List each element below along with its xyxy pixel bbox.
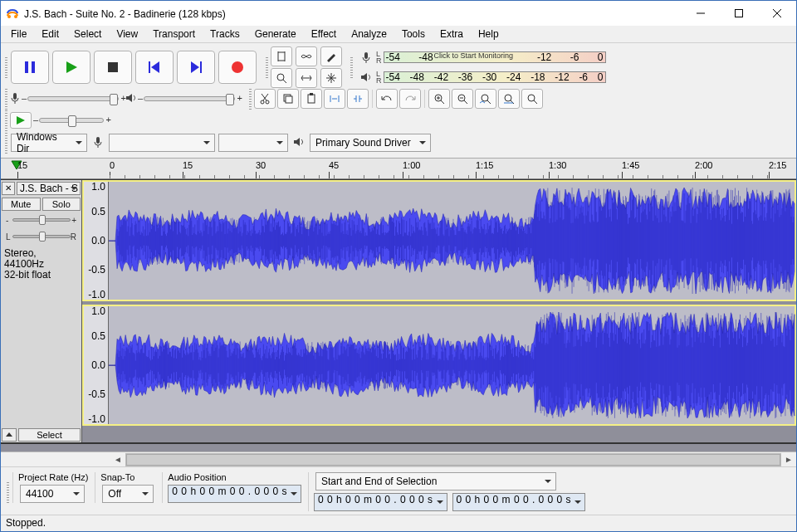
window-minimize-button[interactable] [682, 1, 720, 26]
horizontal-scrollbar[interactable]: ◄ ► [1, 451, 796, 466]
svg-point-8 [232, 61, 243, 73]
svg-rect-2 [736, 10, 743, 17]
zoom-tool-button[interactable] [271, 68, 292, 88]
track-gain-slider[interactable]: - + [1, 212, 81, 228]
pause-button[interactable] [11, 51, 49, 84]
menu-transport[interactable]: Transport [146, 27, 202, 41]
menu-view[interactable]: View [110, 27, 144, 41]
svg-rect-4 [32, 61, 35, 73]
waveform-channel-right[interactable]: 1.00.50.0-0.5-1.0 [82, 305, 796, 426]
menu-tools[interactable]: Tools [395, 27, 432, 41]
recording-channels-dropdown[interactable] [218, 134, 288, 152]
zoom-toggle-button[interactable] [521, 89, 543, 109]
track-pan-slider[interactable]: L R [1, 228, 81, 245]
scroll-track[interactable] [125, 453, 781, 466]
track-select-button[interactable]: Select [18, 428, 81, 442]
menu-file[interactable]: File [4, 27, 33, 41]
track-close-button[interactable]: ✕ [2, 182, 15, 195]
ruler-label: 1:00 [403, 160, 420, 170]
waveform-area[interactable]: 1.00.50.0-0.5-1.0 1.00.50.0-0.5-1.0 [82, 180, 796, 442]
svg-rect-17 [310, 93, 313, 95]
play-at-speed-button[interactable] [10, 112, 32, 129]
menu-select[interactable]: Select [67, 27, 108, 41]
track-solo-button[interactable]: Solo [42, 198, 81, 211]
window-maximize-button[interactable] [720, 1, 758, 26]
fit-selection-button[interactable] [475, 89, 496, 109]
ruler-label: 1:45 [622, 160, 639, 170]
recording-meter[interactable]: LR -54-48.Click to Start Monitoring...-1… [358, 49, 606, 66]
ruler-label: 2:00 [695, 160, 712, 170]
undo-button[interactable] [376, 89, 398, 109]
stop-button[interactable] [94, 51, 132, 84]
track-collapse-button[interactable] [2, 428, 17, 442]
toolbar-grip[interactable] [263, 46, 270, 88]
svg-point-1 [14, 15, 17, 18]
svg-point-18 [435, 95, 442, 101]
skip-to-end-button[interactable] [177, 51, 215, 84]
copy-button[interactable] [277, 89, 299, 109]
record-button[interactable] [218, 51, 257, 84]
selection-mode-dropdown[interactable]: Start and End of Selection [315, 472, 556, 491]
silence-button[interactable] [347, 89, 369, 109]
toolbar-grip[interactable] [247, 88, 253, 110]
multi-tool-button[interactable] [320, 68, 342, 88]
recording-volume-slider[interactable]: –+ [27, 96, 119, 101]
audio-position-field[interactable]: 0 0 h 0 0 m 0 0 . 0 0 0 s [168, 485, 301, 503]
scroll-left-button[interactable]: ◄ [110, 455, 125, 464]
toolbar-grip[interactable] [2, 110, 9, 131]
menu-extra[interactable]: Extra [433, 27, 470, 41]
scroll-thumb[interactable] [126, 454, 780, 466]
toolbar-grip[interactable] [348, 46, 354, 88]
selection-tool-button[interactable] [271, 46, 292, 66]
paste-button[interactable] [301, 89, 322, 109]
ruler-label: 2:15 [769, 160, 786, 170]
toolbar-grip[interactable] [4, 472, 11, 511]
toolbar-grip[interactable] [2, 88, 9, 110]
zoom-out-button[interactable] [452, 89, 473, 109]
recording-device-dropdown[interactable] [109, 134, 215, 152]
menu-help[interactable]: Help [472, 27, 506, 41]
scroll-right-button[interactable]: ► [781, 455, 796, 464]
waveform-channel-left[interactable]: 1.00.50.0-0.5-1.0 [82, 180, 796, 301]
toolbar-grip[interactable] [2, 46, 9, 88]
svg-rect-11 [13, 93, 17, 100]
redo-button[interactable] [399, 89, 421, 109]
fit-project-button[interactable] [498, 89, 520, 109]
snap-to-dropdown[interactable]: Off [102, 485, 154, 503]
speaker-icon [125, 92, 137, 106]
play-button[interactable] [52, 51, 90, 84]
playback-speed-slider[interactable]: –+ [39, 118, 104, 123]
track-mute-button[interactable]: Mute [2, 198, 41, 211]
menu-edit[interactable]: Edit [35, 27, 66, 41]
track-menu-dropdown[interactable]: J.S. Bach - S [17, 182, 81, 195]
recording-meter-bar[interactable]: -54-48.Click to Start Monitoring...-12-6… [384, 51, 606, 63]
toolbar-grip[interactable] [2, 131, 9, 154]
zoom-in-button[interactable] [428, 89, 450, 109]
menu-tracks[interactable]: Tracks [203, 27, 247, 41]
window-close-button[interactable] [758, 1, 796, 26]
svg-rect-16 [308, 95, 315, 103]
amplitude-scale: 1.00.50.0-0.5-1.0 [84, 306, 109, 424]
selection-start-field[interactable]: 0 0 h 0 0 m 0 0 . 0 0 0 s [314, 493, 447, 511]
audio-host-dropdown[interactable]: Windows Dir [11, 134, 87, 152]
playback-meter[interactable]: LR -54-48-42-36-30-24-18-12-60 [358, 69, 606, 85]
project-rate-dropdown[interactable]: 44100 [20, 485, 85, 503]
envelope-tool-button[interactable] [296, 46, 317, 66]
svg-rect-3 [25, 61, 28, 73]
playback-device-dropdown[interactable]: Primary Sound Driver [310, 134, 431, 152]
skip-to-start-button[interactable] [135, 51, 174, 84]
menu-generate[interactable]: Generate [248, 27, 303, 41]
cut-button[interactable] [254, 89, 276, 109]
draw-tool-button[interactable] [320, 46, 342, 66]
playback-volume-slider[interactable]: –+ [144, 96, 235, 101]
menu-effect[interactable]: Effect [305, 27, 343, 41]
playback-meter-bar[interactable]: -54-48-42-36-30-24-18-12-60 [384, 71, 606, 83]
menu-analyze[interactable]: Analyze [345, 27, 394, 41]
trim-button[interactable] [324, 89, 345, 109]
timeshift-tool-button[interactable] [296, 68, 317, 88]
speaker-icon [358, 69, 374, 85]
project-rate-label: Project Rate (Hz) [18, 472, 88, 482]
svg-point-0 [7, 15, 11, 18]
timeline-ruler[interactable]: 1501530451:001:151:301:452:002:15 [1, 158, 796, 179]
selection-end-field[interactable]: 0 0 h 0 0 m 0 0 . 0 0 0 s [452, 493, 586, 511]
